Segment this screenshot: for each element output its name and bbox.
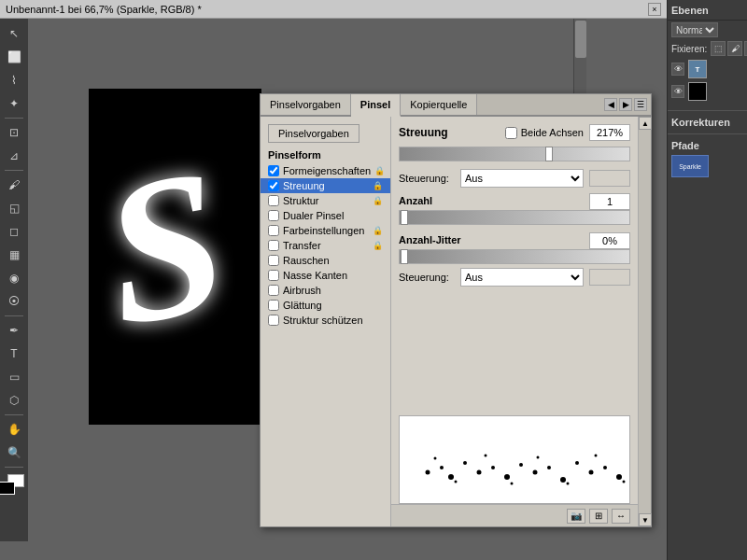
sidebar-item-rauschen[interactable]: Rauschen xyxy=(261,253,390,268)
tool-select-rect[interactable]: ⬜ xyxy=(3,46,25,68)
checkbox-dualer-pinsel[interactable] xyxy=(268,210,279,221)
pinselvorgaben-button[interactable]: Pinselvorgaben xyxy=(268,124,359,143)
beide-achsen-checkbox[interactable] xyxy=(505,127,517,139)
anzahl-slider-thumb[interactable] xyxy=(401,210,408,225)
tab-pinsel[interactable]: Pinsel xyxy=(351,94,401,117)
lock-transparent-icon[interactable]: ⬚ xyxy=(711,41,726,56)
streuung-value-box[interactable]: 217% xyxy=(589,124,630,141)
dialog-scrollbar[interactable]: ▲ ▼ xyxy=(638,117,651,526)
tool-eraser[interactable]: ◻ xyxy=(3,220,25,243)
sidebar-label-airbrush: Airbrush xyxy=(283,285,321,296)
tab-kopierquelle[interactable]: Kopierquelle xyxy=(401,94,477,115)
sidebar-item-streuung[interactable]: Streuung 🔒 xyxy=(261,178,390,193)
preview-camera-btn[interactable]: 📷 xyxy=(567,509,585,524)
brush-bottom-toolbar: 📷 ⊞ ↔ xyxy=(391,504,638,526)
tool-wand[interactable]: ✦ xyxy=(3,92,25,115)
right-panel: Ebenen Normal Fixieren: ⬚ 🖌 ✛ 🔒 👁 T 👁 Ko… xyxy=(667,0,747,560)
checkbox-glaettung[interactable] xyxy=(268,300,279,311)
sidebar-item-dualer-pinsel[interactable]: Dualer Pinsel 🔒 xyxy=(261,208,390,223)
tab-expand-right[interactable]: ▶ xyxy=(619,98,632,111)
lock-icon-dualer-pinsel: 🔒 xyxy=(373,211,383,220)
tool-text[interactable]: T xyxy=(3,343,25,365)
tool-stamp[interactable]: ◱ xyxy=(3,197,25,219)
brush-dialog: Pinselvorgaben Pinsel Kopierquelle ◀ ▶ ☰… xyxy=(260,93,652,527)
layer-t-row[interactable]: 👁 T xyxy=(668,58,747,80)
layer-color-eye[interactable]: 👁 xyxy=(671,85,684,98)
sidebar-item-struktur-schuetzen[interactable]: Struktur schützen xyxy=(261,313,390,328)
tab-pinselvorgaben[interactable]: Pinselvorgaben xyxy=(261,94,351,115)
anzahl-jitter-slider-track[interactable] xyxy=(399,249,630,264)
tool-zoom[interactable]: 🔍 xyxy=(3,441,25,464)
black-canvas: S xyxy=(89,89,261,425)
anzahl-value-box[interactable]: 1 xyxy=(589,193,630,210)
tool-hand[interactable]: ✋ xyxy=(3,418,25,441)
separator-4 xyxy=(5,414,23,415)
sidebar-label-nasse-kanten: Nasse Kanten xyxy=(283,270,347,281)
sidebar-item-airbrush[interactable]: Airbrush xyxy=(261,283,390,298)
checkbox-formeigenschaften[interactable] xyxy=(268,165,279,176)
layer-t-eye[interactable]: 👁 xyxy=(671,63,684,76)
tool-dodge[interactable]: ⦿ xyxy=(3,290,25,313)
tool-eyedropper[interactable]: ⊿ xyxy=(3,145,25,167)
sidebar-item-formeigenschaften[interactable]: Formeigenschaften 🔒 xyxy=(261,163,390,178)
checkbox-nasse-kanten[interactable] xyxy=(268,270,279,281)
checkbox-transfer[interactable] xyxy=(268,240,279,251)
tab-expand-left[interactable]: ◀ xyxy=(604,98,617,111)
sidebar-item-struktur[interactable]: Struktur 🔒 xyxy=(261,193,390,208)
checkbox-struktur[interactable] xyxy=(268,195,279,206)
sidebar-item-nasse-kanten[interactable]: Nasse Kanten xyxy=(261,268,390,283)
checkbox-streuung[interactable] xyxy=(268,180,279,191)
checkbox-struktur-schuetzen[interactable] xyxy=(268,315,279,326)
layers-title: Ebenen xyxy=(671,5,709,16)
preview-grid-btn[interactable]: ⊞ xyxy=(589,509,608,524)
steuerung-select-1[interactable]: Aus xyxy=(460,169,584,188)
tool-3d[interactable]: ⬡ xyxy=(3,389,25,412)
brush-dialog-content: Pinselvorgaben Pinselform Formeigenschaf… xyxy=(261,117,651,526)
sidebar-item-glaettung[interactable]: Glättung xyxy=(261,298,390,313)
sidebar-label-struktur: Struktur xyxy=(283,195,319,206)
checkbox-farbeinstellungen[interactable] xyxy=(268,225,279,236)
tool-lasso[interactable]: ⌇ xyxy=(3,69,25,91)
anzahl-slider-track[interactable] xyxy=(399,210,630,225)
pfade-label: Pfade xyxy=(671,140,699,151)
lock-icon-struktur: 🔒 xyxy=(373,196,383,205)
layer-color-row[interactable]: 👁 xyxy=(668,80,747,103)
dialog-scroll-up[interactable]: ▲ xyxy=(639,117,652,130)
dialog-scroll-track[interactable] xyxy=(639,130,651,513)
sidebar-item-transfer[interactable]: Transfer 🔒 xyxy=(261,238,390,253)
preview-dot xyxy=(547,466,551,469)
tool-brush[interactable]: 🖌 xyxy=(3,174,25,196)
steuerung-select-2[interactable]: Aus xyxy=(460,268,584,287)
blend-mode-select[interactable]: Normal xyxy=(671,22,718,37)
preview-dot xyxy=(567,483,570,485)
tool-blur[interactable]: ◉ xyxy=(3,267,25,289)
close-button[interactable]: × xyxy=(648,3,661,16)
lock-image-icon[interactable]: 🖌 xyxy=(727,41,742,56)
preview-expand-btn[interactable]: ↔ xyxy=(612,509,630,524)
sidebar-label-struktur-schuetzen: Struktur schützen xyxy=(283,315,363,326)
checkbox-rauschen[interactable] xyxy=(268,255,279,266)
tool-shape[interactable]: ▭ xyxy=(3,366,25,388)
lock-icon-farbeinstellungen: 🔒 xyxy=(373,226,383,235)
streuung-slider-track[interactable] xyxy=(399,147,630,161)
sidebar-item-farbeinstellungen[interactable]: Farbeinstellungen 🔒 xyxy=(261,223,390,238)
tab-menu[interactable]: ☰ xyxy=(634,98,647,111)
tool-pen[interactable]: ✒ xyxy=(3,319,25,342)
dialog-scroll-down[interactable]: ▼ xyxy=(639,513,652,526)
preview-dot xyxy=(440,466,444,469)
anzahl-jitter-slider-thumb[interactable] xyxy=(401,249,408,264)
tool-gradient[interactable]: ▦ xyxy=(3,244,25,266)
brush-tab-bar: Pinselvorgaben Pinsel Kopierquelle ◀ ▶ ☰ xyxy=(261,94,651,117)
scrollbar-thumb[interactable] xyxy=(575,21,586,58)
sparkle-row[interactable]: Sparkle xyxy=(668,153,747,179)
lock-icon-streuung: 🔒 xyxy=(373,181,383,190)
anzahl-jitter-value-box[interactable]: 0% xyxy=(589,232,630,249)
pfade-section: Pfade Sparkle xyxy=(668,133,747,179)
streuung-slider-thumb[interactable] xyxy=(545,147,553,161)
checkbox-airbrush[interactable] xyxy=(268,285,279,296)
streuung-slider-container xyxy=(399,147,630,161)
color-swatches[interactable] xyxy=(0,474,30,502)
foreground-color-swatch[interactable] xyxy=(0,482,15,495)
tool-move[interactable]: ↖ xyxy=(3,22,25,45)
tool-crop[interactable]: ⊡ xyxy=(3,121,25,144)
